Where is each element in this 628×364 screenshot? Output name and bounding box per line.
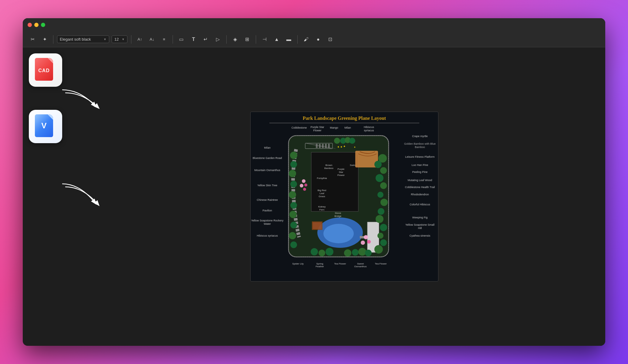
cad-file-graphic: CAD <box>35 58 53 81</box>
label-peeling-pine: Peeling Pine <box>403 170 437 174</box>
label-milan-left: Milan <box>251 146 284 150</box>
align-left-icon[interactable]: ⊣ <box>260 35 269 44</box>
svg-point-54 <box>365 250 372 256</box>
triangle-icon[interactable]: ▲ <box>272 35 282 44</box>
divider-2 <box>131 35 131 44</box>
svg-text:Star: Star <box>339 171 343 174</box>
svg-point-34 <box>349 138 355 144</box>
label-weeping-fig: Weeping Fig <box>403 216 437 219</box>
svg-text:Fern: Fern <box>319 208 324 211</box>
svg-text:Forsythia: Forsythia <box>317 177 327 180</box>
visio-app-icon[interactable]: V <box>29 110 62 143</box>
svg-point-47 <box>374 245 383 254</box>
svg-text:Stone: Stone <box>335 212 341 214</box>
svg-point-39 <box>380 182 387 189</box>
svg-text:Kidney: Kidney <box>318 205 326 208</box>
label-hibiscus-left: Hibiscus syriacus <box>251 234 284 238</box>
top-labels: Cobblestone Purple Star Flower Mango Mil… <box>287 126 390 135</box>
label-golden-bamboo: Golden Bamboo with Blue Bamboo <box>403 142 437 149</box>
size-dropdown-arrow: ▼ <box>122 38 125 41</box>
svg-point-50 <box>326 248 333 256</box>
crop-icon[interactable]: ⊡ <box>326 35 335 44</box>
font-increase-icon[interactable]: A↑ <box>135 35 145 44</box>
left-labels: Milan Bluestone Garden Road Mountain Osm… <box>251 135 285 256</box>
close-button[interactable] <box>28 23 32 27</box>
label-mountain-osmanthus: Mountain Osmanthus <box>251 169 284 172</box>
visio-file-graphic: V <box>35 114 53 137</box>
paint-icon[interactable]: 🖌 <box>301 35 311 44</box>
svg-point-66 <box>304 184 307 187</box>
layers-icon[interactable]: ◈ <box>230 35 240 44</box>
cursor-icon[interactable]: ▷ <box>213 35 223 44</box>
svg-point-43 <box>376 215 383 223</box>
angle-icon[interactable]: ↵ <box>201 35 211 44</box>
titlebar <box>23 18 605 32</box>
visio-label: V <box>41 121 46 130</box>
svg-point-41 <box>380 199 388 206</box>
svg-point-37 <box>380 167 387 174</box>
font-decrease-icon[interactable]: A↓ <box>147 35 157 44</box>
label-rhododendron: Rhododendron <box>403 193 437 196</box>
label-luo-han: Luo Han Pine <box>403 163 437 167</box>
cad-label: CAD <box>38 68 50 73</box>
svg-text:Purple: Purple <box>337 168 345 170</box>
label-mango: Mango <box>328 126 340 130</box>
scissors-icon[interactable]: ✂ <box>28 35 37 44</box>
circle-icon[interactable]: ● <box>313 35 323 44</box>
svg-point-59 <box>289 191 296 198</box>
rectangle-icon[interactable]: ▭ <box>177 35 186 44</box>
svg-text:✦: ✦ <box>354 146 356 149</box>
font-selector-wrapper[interactable]: Elegant soft black ▼ <box>57 35 109 43</box>
svg-point-60 <box>290 202 297 209</box>
svg-point-67 <box>300 184 303 187</box>
svg-text:Grass: Grass <box>319 195 325 198</box>
divider-4 <box>226 35 227 44</box>
svg-rect-6 <box>319 144 321 148</box>
align-icon[interactable]: ≡ <box>159 35 169 44</box>
label-chinese-raintree: Chinese Raintree <box>251 198 284 202</box>
panel-icon[interactable]: ▬ <box>284 35 294 44</box>
svg-point-44 <box>380 224 387 231</box>
svg-point-56 <box>290 161 297 168</box>
main-content: CAD <box>23 47 605 346</box>
divider-3 <box>173 35 173 44</box>
svg-point-45 <box>377 233 383 239</box>
cad-app-icon[interactable]: CAD <box>29 53 62 87</box>
label-cobblestone-trail: Cobblestone Health Trail <box>403 186 437 189</box>
svg-point-64 <box>290 241 297 248</box>
svg-text:Bridge: Bridge <box>334 215 342 217</box>
divider-1 <box>53 35 53 44</box>
svg-point-65 <box>302 179 306 183</box>
frame-icon[interactable]: ⊞ <box>242 35 252 44</box>
svg-point-40 <box>377 192 383 198</box>
minimize-button[interactable] <box>34 23 39 27</box>
svg-text:✦: ✦ <box>340 145 343 149</box>
svg-point-38 <box>376 174 383 182</box>
svg-point-51 <box>344 249 351 257</box>
maximize-button[interactable] <box>41 23 45 27</box>
svg-point-62 <box>290 222 297 228</box>
svg-text:Big Red: Big Red <box>318 189 326 192</box>
label-yellow-soapstone-hill: Yellow Soapstone Small Hill <box>403 223 437 230</box>
svg-point-48 <box>311 248 318 255</box>
diagram-body: Cobblestone Purple Star Flower Mango Mil… <box>251 126 438 271</box>
svg-point-70 <box>367 240 371 244</box>
size-selector-wrapper[interactable]: 12 ▼ <box>112 35 127 43</box>
svg-point-49 <box>319 250 325 256</box>
text-icon[interactable]: T <box>189 35 198 44</box>
svg-text:Flower: Flower <box>337 174 345 177</box>
svg-point-55 <box>290 152 297 159</box>
label-crape-myrtle: Crape myrtle <box>403 135 437 138</box>
svg-point-53 <box>358 248 366 256</box>
label-leisure-fitness: Leisure Fitness Platform <box>403 155 437 159</box>
svg-point-63 <box>289 232 296 239</box>
cad-icon-inner: CAD <box>35 58 56 82</box>
label-tea-flower-1: Tea Flower <box>334 262 346 268</box>
canvas-area: Park Landscape Greening Plane Layout Cob… <box>83 47 605 346</box>
magic-icon[interactable]: ✦ <box>40 35 49 44</box>
svg-rect-7 <box>322 144 324 148</box>
svg-point-46 <box>380 239 387 246</box>
svg-rect-10 <box>311 152 358 211</box>
visio-icon-inner: V <box>35 114 56 139</box>
label-purple-star-top: Purple Star Flower <box>310 126 325 132</box>
